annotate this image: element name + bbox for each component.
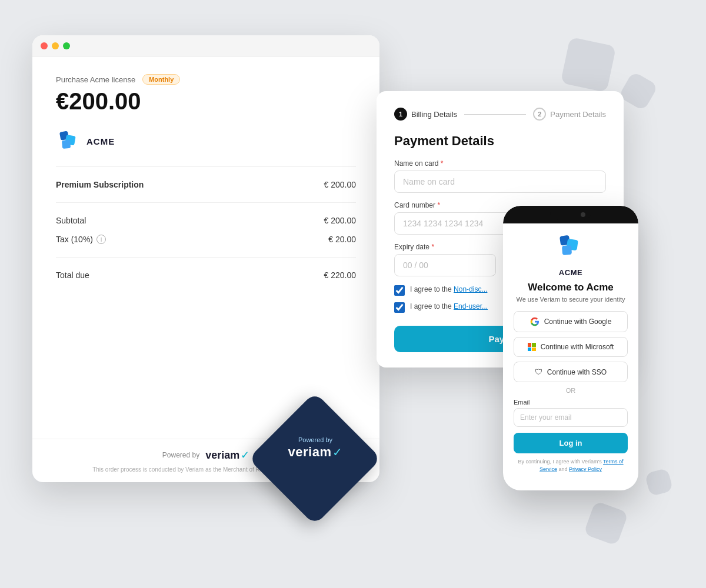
google-auth-button[interactable]: Continue with Google bbox=[514, 311, 628, 332]
tax-row: Tax (10%) i € 20.00 bbox=[56, 230, 356, 249]
step-2-circle: 2 bbox=[533, 108, 546, 121]
modal-title: Payment Details bbox=[394, 133, 606, 149]
name-field-group: Name on card * bbox=[394, 159, 606, 193]
mobile-footer-note: By continuing, I agree with Veriam's Ter… bbox=[514, 458, 628, 473]
laptop-content: Purchase Acme license Monthly €200.00 AC… bbox=[32, 56, 379, 296]
total-label: Total due bbox=[56, 270, 89, 280]
or-divider: OR bbox=[514, 387, 628, 394]
name-label: Name on card * bbox=[394, 159, 606, 168]
line-item-subscription: Premium Subscription € 200.00 bbox=[56, 175, 356, 194]
total-amount: € 220.00 bbox=[324, 270, 357, 280]
window-close-dot[interactable] bbox=[41, 42, 48, 49]
google-icon bbox=[530, 317, 540, 326]
browser-title-bar bbox=[32, 35, 379, 56]
acme-logo-area: ACME bbox=[56, 129, 356, 153]
step-divider bbox=[464, 114, 526, 115]
scene: Purchase Acme license Monthly €200.00 AC… bbox=[0, 0, 706, 588]
step-2-label: Payment Details bbox=[550, 110, 606, 119]
window-maximize-dot[interactable] bbox=[63, 42, 70, 49]
window-minimize-dot[interactable] bbox=[52, 42, 59, 49]
subscription-amount: € 200.00 bbox=[324, 180, 357, 189]
expiry-input[interactable] bbox=[394, 254, 496, 276]
name-input[interactable] bbox=[394, 171, 606, 193]
microsoft-icon bbox=[528, 343, 536, 351]
divider-1 bbox=[56, 166, 356, 167]
google-btn-label: Continue with Google bbox=[544, 318, 612, 326]
bg-shape-2 bbox=[618, 71, 658, 111]
tax-label: Tax (10%) i bbox=[56, 235, 106, 244]
powered-by-label: Powered by bbox=[162, 451, 199, 459]
tax-amount: € 20.00 bbox=[328, 235, 356, 244]
step-2: 2 Payment Details bbox=[533, 108, 606, 121]
eula-label: I agree to the End-user... bbox=[410, 302, 488, 312]
sso-icon: 🛡 bbox=[535, 368, 542, 376]
purchase-title: Purchase Acme license bbox=[56, 75, 135, 84]
mobile-camera bbox=[581, 212, 585, 217]
email-input[interactable] bbox=[514, 408, 628, 427]
mobile-device: ACME Welcome to Acme We use Veriam to se… bbox=[503, 206, 638, 490]
bg-shape-4 bbox=[645, 468, 674, 497]
subtotal-label: Subtotal bbox=[56, 216, 86, 225]
mobile-acme-logo-icon bbox=[556, 233, 585, 262]
nda-label: I agree to the Non-disc... bbox=[410, 285, 487, 295]
subtotal-row: Subtotal € 200.00 bbox=[56, 211, 356, 230]
mobile-notch bbox=[550, 209, 591, 220]
veriam-checkmark: ✓ bbox=[241, 449, 249, 462]
acme-brand-name: ACME bbox=[86, 136, 115, 146]
expiry-field-group: Expiry date * bbox=[394, 243, 496, 276]
billing-cycle-badge[interactable]: Monthly bbox=[142, 74, 180, 85]
mobile-notch-bar bbox=[503, 206, 638, 223]
microsoft-auth-button[interactable]: Continue with Microsoft bbox=[514, 337, 628, 357]
expiry-label: Expiry date * bbox=[394, 243, 496, 251]
privacy-policy-link[interactable]: Privacy Policy bbox=[569, 466, 602, 472]
mobile-acme-name: ACME bbox=[514, 268, 628, 277]
bg-shape-1 bbox=[561, 37, 617, 93]
nda-link[interactable]: Non-disc... bbox=[454, 285, 487, 293]
expiry-required: * bbox=[431, 243, 434, 251]
microsoft-btn-label: Continue with Microsoft bbox=[541, 343, 614, 351]
eula-checkbox[interactable] bbox=[394, 302, 405, 313]
mobile-sub-text: We use Veriam to secure your identity bbox=[514, 296, 628, 303]
divider-2 bbox=[56, 202, 356, 203]
acme-logo-icon bbox=[56, 129, 81, 153]
divider-3 bbox=[56, 257, 356, 258]
email-field-label: Email bbox=[514, 399, 628, 406]
subscription-label: Premium Subscription bbox=[56, 180, 144, 189]
step-1: 1 Billing Details bbox=[394, 108, 457, 121]
price-display: €200.00 bbox=[56, 88, 356, 115]
name-required: * bbox=[441, 159, 444, 168]
login-button[interactable]: Log in bbox=[514, 433, 628, 453]
stepper: 1 Billing Details 2 Payment Details bbox=[394, 108, 606, 121]
svg-rect-2 bbox=[62, 140, 71, 149]
subtotal-amount: € 200.00 bbox=[324, 216, 357, 225]
nda-checkbox[interactable] bbox=[394, 285, 405, 296]
bg-shape-3 bbox=[584, 501, 629, 546]
step-1-circle: 1 bbox=[394, 108, 407, 121]
total-row: Total due € 220.00 bbox=[56, 266, 356, 285]
veriam-logo-text: veriam bbox=[205, 449, 239, 462]
sso-btn-label: Continue with SSO bbox=[547, 368, 607, 376]
mobile-body: ACME Welcome to Acme We use Veriam to se… bbox=[503, 223, 638, 479]
svg-rect-10 bbox=[562, 245, 572, 255]
sso-auth-button[interactable]: 🛡 Continue with SSO bbox=[514, 362, 628, 382]
card-required: * bbox=[437, 201, 440, 209]
purchase-header: Purchase Acme license Monthly bbox=[56, 74, 356, 85]
mobile-welcome-title: Welcome to Acme bbox=[514, 282, 628, 293]
eula-link[interactable]: End-user... bbox=[454, 302, 488, 310]
step-1-label: Billing Details bbox=[411, 110, 457, 119]
tax-info-icon[interactable]: i bbox=[96, 235, 106, 244]
